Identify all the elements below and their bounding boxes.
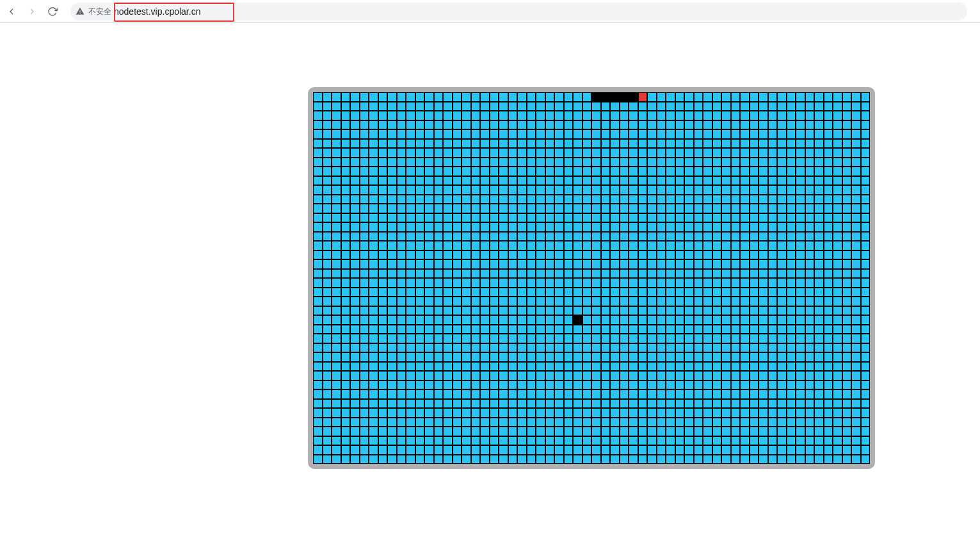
grid-cell — [387, 195, 397, 204]
grid-cell — [323, 241, 332, 250]
grid-cell — [610, 259, 620, 269]
grid-cell — [703, 232, 712, 241]
grid-cell — [527, 352, 536, 362]
grid-cell — [332, 167, 341, 176]
grid-cell — [424, 148, 434, 158]
grid-cell — [805, 176, 815, 186]
grid-cell — [601, 185, 611, 195]
grid-cell — [415, 185, 425, 195]
grid-cell — [657, 92, 666, 102]
grid-cell — [620, 148, 629, 158]
grid-cell — [824, 315, 833, 325]
grid-cell — [824, 352, 833, 362]
grid-cell — [323, 222, 332, 232]
grid-cell — [851, 158, 861, 167]
grid-cell — [471, 389, 481, 399]
grid-cell — [777, 445, 787, 455]
grid-cell — [369, 167, 378, 176]
grid-cell — [536, 259, 545, 269]
grid-cell — [731, 241, 741, 250]
grid-cell — [629, 297, 638, 306]
grid-cell — [787, 259, 796, 269]
grid-cell — [573, 176, 582, 186]
grid-cell — [833, 232, 842, 241]
grid-cell — [657, 195, 666, 204]
grid-cell — [777, 139, 787, 149]
grid-cell — [369, 129, 378, 139]
grid-cell — [721, 408, 731, 418]
grid-cell — [341, 455, 351, 464]
grid-cell — [387, 389, 397, 399]
grid-cell — [499, 259, 508, 269]
grid-cell — [387, 222, 397, 232]
grid-cell — [387, 278, 397, 288]
grid-cell — [341, 325, 351, 334]
grid-cell — [647, 408, 657, 418]
grid-cell — [582, 222, 592, 232]
grid-cell — [759, 278, 768, 288]
grid-cell — [833, 250, 842, 260]
grid-cell — [759, 167, 768, 176]
grid-cell — [750, 195, 759, 204]
grid-cell — [564, 120, 574, 130]
grid-cell — [861, 92, 871, 102]
grid-cell — [601, 250, 611, 260]
grid-cell — [350, 139, 360, 149]
reload-button[interactable] — [47, 6, 58, 17]
grid-cell — [675, 158, 685, 167]
grid-cell — [675, 278, 685, 288]
grid-cell — [759, 241, 768, 250]
grid-cell — [462, 399, 471, 409]
grid-cell — [517, 213, 527, 223]
grid-cell — [397, 408, 406, 418]
grid-cell — [434, 111, 444, 120]
grid-cell — [740, 297, 750, 306]
grid-cell — [629, 408, 638, 418]
grid-cell — [443, 232, 453, 241]
grid-cell — [591, 195, 601, 204]
grid-cell — [332, 278, 341, 288]
grid-cell — [554, 259, 564, 269]
grid-cell — [740, 445, 750, 455]
grid-cell — [387, 102, 397, 111]
grid-cell — [666, 195, 675, 204]
grid-cell — [434, 380, 444, 390]
grid-cell — [564, 278, 574, 288]
grid-cell — [406, 278, 415, 288]
grid-cell — [462, 250, 471, 260]
grid-cell — [675, 222, 685, 232]
grid-cell — [666, 408, 675, 418]
grid-cell — [796, 297, 805, 306]
grid-cell — [805, 241, 815, 250]
grid-cell — [796, 241, 805, 250]
forward-button[interactable] — [27, 6, 37, 17]
grid-cell — [666, 427, 675, 436]
grid-cell — [434, 334, 444, 343]
grid-cell — [536, 288, 545, 297]
grid-cell — [462, 297, 471, 306]
grid-cell — [629, 371, 638, 380]
snake-game-board[interactable] — [308, 87, 875, 469]
grid-cell — [750, 129, 759, 139]
grid-cell — [777, 148, 787, 158]
grid-cell — [620, 185, 629, 195]
grid-cell — [759, 213, 768, 223]
security-badge[interactable]: 不安全 — [76, 6, 111, 17]
grid-cell — [610, 455, 620, 464]
grid-cell — [684, 158, 694, 167]
grid-cell — [620, 176, 629, 186]
grid-cell — [629, 315, 638, 325]
grid-cell — [777, 334, 787, 343]
grid-cell — [833, 139, 842, 149]
grid-cell — [350, 325, 360, 334]
back-button[interactable] — [6, 6, 17, 17]
grid-cell — [387, 297, 397, 306]
grid-cell — [712, 362, 722, 372]
grid-cell — [833, 445, 842, 455]
grid-cell — [731, 306, 741, 316]
grid-cell — [453, 222, 462, 232]
grid-cell — [397, 148, 406, 158]
address-bar[interactable]: nodetest.vip.cpolar.cn — [70, 3, 967, 20]
grid-cell — [777, 306, 787, 316]
grid-cell — [434, 288, 444, 297]
